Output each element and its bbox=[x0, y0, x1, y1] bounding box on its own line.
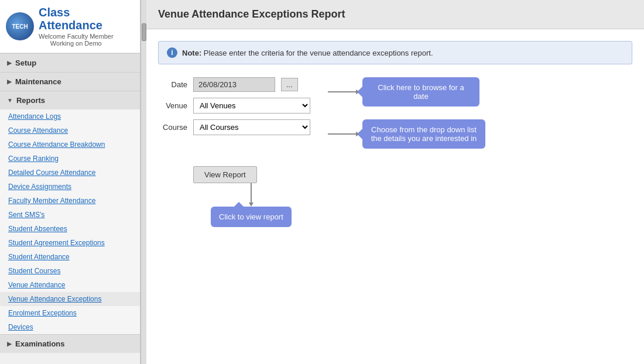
dropdown-callout-bubble: Choose from the drop down list the detai… bbox=[362, 119, 485, 149]
logo-text: TECH bbox=[12, 23, 28, 30]
sidebar-item-venue-attendance-exceptions[interactable]: Venue Attendance Exceptions bbox=[0, 292, 140, 306]
sidebar-scrollbar[interactable] bbox=[141, 0, 146, 364]
form-fields: Date ... Venue All Venues Course All Cou… bbox=[158, 77, 310, 135]
sidebar-item-faculty-member-attendance[interactable]: Faculty Member Attendance bbox=[0, 194, 140, 208]
venue-label: Venue bbox=[158, 101, 187, 110]
note-text: Note: Please enter the criteria for the … bbox=[182, 49, 433, 57]
sidebar-section-examinations: ▶ Examinations bbox=[0, 334, 140, 353]
svg-marker-5 bbox=[249, 202, 254, 207]
sidebar-section-examinations-header[interactable]: ▶ Examinations bbox=[0, 335, 140, 353]
venue-row: Venue All Venues bbox=[158, 98, 310, 114]
reports-arrow-icon: ▼ bbox=[7, 97, 13, 104]
sidebar-item-student-absentees[interactable]: Student Absentees bbox=[0, 222, 140, 236]
date-input[interactable] bbox=[193, 77, 275, 92]
date-callout-bubble: Click here to browse for a date bbox=[362, 77, 479, 107]
sidebar-item-detailed-course-attendance[interactable]: Detailed Course Attendance bbox=[0, 166, 140, 180]
dropdown-callout-row: Choose from the drop down list the detai… bbox=[328, 119, 485, 149]
maintenance-arrow-icon: ▶ bbox=[7, 78, 12, 85]
sidebar-item-student-attendance[interactable]: Student Attendance bbox=[0, 250, 140, 264]
view-report-section: View Report Click to view report bbox=[193, 166, 632, 227]
sidebar-item-attendance-logs[interactable]: Attendance Logs bbox=[0, 109, 140, 123]
scrollbar-thumb[interactable] bbox=[142, 23, 146, 41]
sidebar-header: TECH ClassAttendance Welcome Faculty Mem… bbox=[0, 0, 140, 53]
course-label: Course bbox=[158, 123, 187, 132]
sidebar-item-devices[interactable]: Devices bbox=[0, 320, 140, 334]
reports-items: Attendance Logs Course Attendance Course… bbox=[0, 109, 140, 334]
date-label: Date bbox=[158, 80, 187, 89]
maintenance-label: Maintenance bbox=[15, 77, 61, 86]
sidebar-section-setup-header[interactable]: ▶ Setup bbox=[0, 54, 140, 72]
sidebar-item-student-agreement-exceptions[interactable]: Student Agreement Exceptions bbox=[0, 236, 140, 250]
setup-arrow-icon: ▶ bbox=[7, 60, 12, 66]
view-report-callout: Click to view report bbox=[211, 183, 292, 227]
venue-select[interactable]: All Venues bbox=[193, 98, 310, 114]
note-box: i Note: Please enter the criteria for th… bbox=[158, 41, 632, 64]
examinations-arrow-icon: ▶ bbox=[7, 341, 12, 347]
sidebar-item-enrolment-exceptions[interactable]: Enrolment Exceptions bbox=[0, 306, 140, 320]
sidebar-item-student-courses[interactable]: Student Courses bbox=[0, 264, 140, 278]
sidebar-section-maintenance: ▶ Maintenance bbox=[0, 72, 140, 91]
callout-group: Click here to browse for a date Choose f… bbox=[328, 77, 485, 149]
app-welcome: Welcome Faculty MemberWorking on Demo bbox=[39, 33, 114, 47]
sidebar-item-device-assignments[interactable]: Device Assignments bbox=[0, 180, 140, 194]
sidebar-section-setup: ▶ Setup bbox=[0, 53, 140, 72]
reports-label: Reports bbox=[16, 96, 45, 105]
sidebar-section-maintenance-header[interactable]: ▶ Maintenance bbox=[0, 73, 140, 91]
setup-label: Setup bbox=[15, 59, 36, 67]
course-row: Course All Courses bbox=[158, 119, 310, 135]
app-logo: TECH bbox=[6, 12, 34, 40]
form-callout-area: Date ... Venue All Venues Course All Cou… bbox=[158, 77, 632, 149]
view-report-button[interactable]: View Report bbox=[193, 166, 257, 183]
main-area: Venue Attendance Exceptions Report i Not… bbox=[146, 0, 644, 364]
info-icon: i bbox=[167, 47, 177, 58]
examinations-label: Examinations bbox=[15, 339, 65, 348]
sidebar-item-course-ranking[interactable]: Course Ranking bbox=[0, 152, 140, 166]
sidebar: TECH ClassAttendance Welcome Faculty Mem… bbox=[0, 0, 141, 364]
sidebar-section-reports-header[interactable]: ▼ Reports bbox=[0, 91, 140, 109]
date-row: Date ... bbox=[158, 77, 310, 92]
sidebar-item-course-attendance-breakdown[interactable]: Course Attendance Breakdown bbox=[0, 138, 140, 152]
course-select[interactable]: All Courses bbox=[193, 119, 310, 135]
view-report-arrow-icon bbox=[246, 183, 256, 207]
app-title: ClassAttendance bbox=[39, 6, 114, 32]
sidebar-item-course-attendance[interactable]: Course Attendance bbox=[0, 123, 140, 138]
page-title: Venue Attendance Exceptions Report bbox=[146, 0, 644, 29]
browse-date-button[interactable]: ... bbox=[281, 78, 298, 91]
view-report-callout-bubble: Click to view report bbox=[211, 207, 292, 227]
date-callout-row: Click here to browse for a date bbox=[328, 77, 485, 107]
sidebar-item-sent-sms[interactable]: Sent SMS's bbox=[0, 208, 140, 222]
sidebar-item-venue-attendance[interactable]: Venue Attendance bbox=[0, 278, 140, 292]
main-content: i Note: Please enter the criteria for th… bbox=[146, 29, 644, 364]
sidebar-section-reports: ▼ Reports Attendance Logs Course Attenda… bbox=[0, 91, 140, 334]
